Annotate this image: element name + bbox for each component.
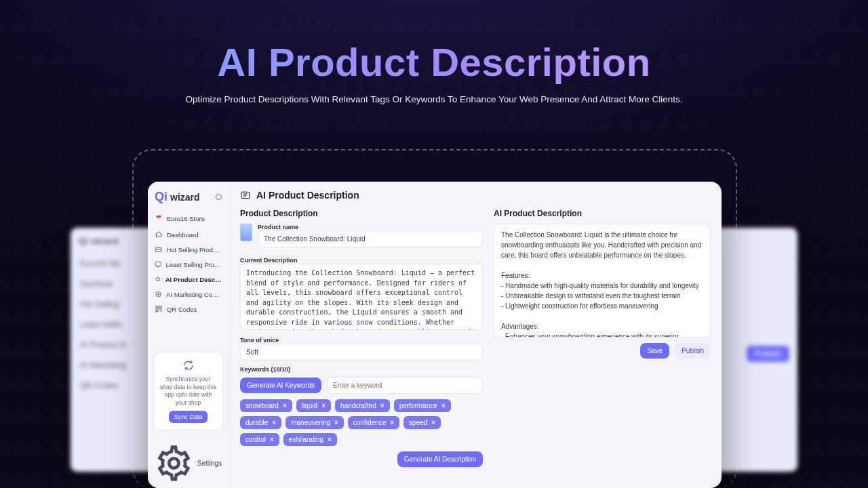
keyword-chip-maneuvering[interactable]: maneuvering×: [285, 416, 344, 429]
keyword-chip-label: liquid: [302, 402, 317, 409]
main: AI Product Description Product Descripti…: [229, 182, 722, 488]
sidebar-item-label: QR Codes: [167, 306, 197, 313]
chip-remove-icon[interactable]: ×: [380, 402, 384, 409]
hero-title: AI Product Description: [0, 39, 868, 85]
tone-label: Tone of voice: [240, 337, 483, 344]
sync-card: Synchronize your shop data to keep this …: [153, 352, 223, 430]
nav-icon-4: [155, 290, 162, 298]
store-row[interactable]: Euro16 Store: [152, 211, 224, 226]
sidebar-item-4[interactable]: AI Marketing Content: [152, 287, 224, 302]
blur-logo-word: wizard: [91, 236, 118, 246]
svg-rect-4: [159, 306, 161, 308]
sidebar-item-2[interactable]: Least Selling Products: [152, 257, 224, 272]
keyword-chip-label: performance: [399, 402, 437, 409]
nav-icon-1: [155, 245, 162, 253]
page-title: AI Product Description: [256, 190, 359, 201]
logo-word: wizard: [170, 192, 200, 203]
sidebar-item-label: Dashboard: [167, 231, 198, 239]
sidebar: Qi wizard Euro16 Store DashboardHot Sell…: [148, 182, 229, 488]
generate-keywords-button[interactable]: Generate AI Keywords: [240, 378, 321, 393]
logo-mark: Qi: [155, 190, 167, 204]
keyword-chip-control[interactable]: control×: [240, 433, 279, 446]
chip-remove-icon[interactable]: ×: [283, 402, 287, 409]
keyword-chip-label: speed: [409, 419, 427, 426]
keyword-input[interactable]: [327, 377, 483, 394]
product-head: Product name: [240, 224, 483, 247]
sync-icon: [182, 359, 195, 371]
hero-subtitle: Optimize Product Descriptions With Relev…: [0, 94, 868, 104]
svg-rect-3: [156, 306, 158, 308]
keyword-chip-label: durable: [245, 419, 268, 426]
nav-icon-3: [155, 275, 161, 283]
sync-text: Synchronize your shop data to keep this …: [159, 375, 217, 407]
right-panel-title: AI Product Description: [494, 209, 711, 218]
logo-badge-icon: [216, 194, 222, 200]
hero: AI Product Description Optimize Product …: [0, 0, 868, 104]
product-name-input[interactable]: [258, 230, 483, 247]
sidebar-item-0[interactable]: Dashboard: [152, 227, 224, 242]
app-logo: Qi wizard: [148, 182, 229, 209]
app-window: Qi wizard Euro16 Store DashboardHot Sell…: [148, 182, 722, 488]
keyword-chip-exhilarating[interactable]: exhilarating×: [283, 433, 337, 446]
current-description-label: Current Description: [240, 257, 483, 264]
nav-icon-5: [155, 305, 163, 313]
chip-remove-icon[interactable]: ×: [334, 419, 338, 426]
chip-remove-icon[interactable]: ×: [272, 419, 276, 426]
product-name-label: Product name: [258, 224, 483, 230]
chip-remove-icon[interactable]: ×: [390, 419, 394, 426]
save-button[interactable]: Save: [640, 343, 669, 359]
store-name: Euro16 Store: [167, 215, 205, 222]
keyword-chip-liquid[interactable]: liquid×: [296, 399, 331, 412]
chip-remove-icon[interactable]: ×: [431, 419, 435, 426]
sidebar-item-label: Least Selling Products: [165, 261, 222, 268]
chip-remove-icon[interactable]: ×: [328, 436, 332, 443]
product-thumbnail: [240, 224, 252, 241]
current-description-textarea[interactable]: Introducing the Collection Snowboard: Li…: [240, 264, 483, 330]
sidebar-item-5[interactable]: QR Codes: [152, 302, 224, 317]
keyword-chip-label: exhilarating: [289, 436, 323, 443]
left-panel-title: Product Description: [240, 209, 483, 218]
chip-remove-icon[interactable]: ×: [321, 402, 326, 409]
chip-remove-icon[interactable]: ×: [270, 436, 274, 443]
publish-button[interactable]: Publish: [675, 343, 711, 359]
keyword-chip-label: maneuvering: [291, 419, 330, 426]
content: Product Description Product name Current…: [229, 206, 722, 488]
svg-rect-0: [155, 248, 161, 252]
keyword-chip-label: snowboard: [245, 402, 279, 409]
sidebar-item-1[interactable]: Hot Selling Products: [152, 242, 224, 257]
nav-icon-0: [155, 230, 163, 239]
svg-rect-1: [155, 262, 161, 266]
sync-button[interactable]: Sync Data: [169, 411, 208, 423]
blur-logo-mark: Qi: [79, 236, 88, 246]
chip-remove-icon[interactable]: ×: [441, 402, 446, 409]
keyword-chips: snowboard×liquid×handcrafted×performance…: [240, 399, 483, 446]
page-header-icon: [240, 190, 251, 201]
keyword-chip-confidence[interactable]: confidence×: [348, 416, 399, 429]
keyword-chip-handcrafted[interactable]: handcrafted×: [335, 399, 390, 412]
keyword-chip-speed[interactable]: speed×: [403, 416, 441, 429]
ai-description-box[interactable]: The Collection Snowboard: Liquid is the …: [494, 224, 711, 338]
page-header: AI Product Description: [229, 182, 722, 206]
nav-items: DashboardHot Selling ProductsLeast Selli…: [148, 226, 229, 317]
generate-description-button[interactable]: Generate AI Description: [397, 451, 483, 467]
settings-row[interactable]: Settings: [148, 439, 229, 488]
sidebar-item-label: AI Product Description: [165, 276, 222, 283]
keyword-chip-snowboard[interactable]: snowboard×: [240, 399, 292, 412]
panel-left: Product Description Product name Current…: [240, 209, 483, 481]
sidebar-item-label: AI Marketing Content: [166, 291, 222, 298]
panel-right: AI Product Description The Collection Sn…: [494, 209, 711, 481]
keyword-chip-performance[interactable]: performance×: [394, 399, 451, 412]
sidebar-item-3[interactable]: AI Product Description: [152, 272, 224, 287]
gear-icon: [155, 444, 193, 483]
svg-point-6: [169, 458, 178, 468]
settings-label: Settings: [197, 460, 222, 467]
keyword-chip-label: control: [245, 436, 266, 443]
keyword-chip-durable[interactable]: durable×: [240, 416, 281, 429]
keywords-label: Keywords (10/10): [240, 366, 483, 373]
keyword-chip-label: confidence: [353, 419, 386, 426]
keyword-chip-label: handcrafted: [340, 402, 376, 409]
sidebar-item-label: Hot Selling Products: [166, 246, 222, 253]
svg-rect-5: [156, 310, 158, 312]
tone-select[interactable]: [240, 344, 483, 361]
blur-publish-button: Publish: [747, 346, 789, 362]
